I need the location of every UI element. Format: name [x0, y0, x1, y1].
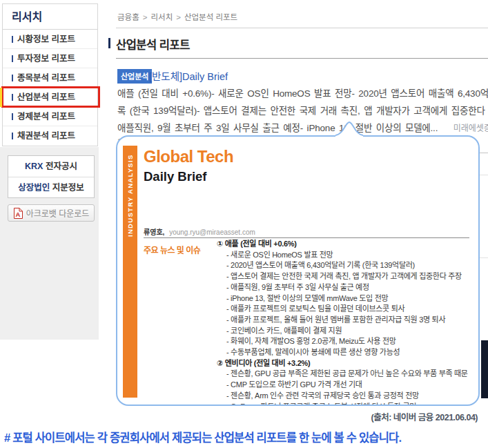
sidebar-title: 리서치 [3, 4, 97, 30]
report-brand: Global Tech [144, 147, 233, 166]
report-line: - 젠슨황, Arm 인수 관련 각국의 규제당국 승인 통과 긍정적 전망 [226, 391, 479, 402]
source-caption: (출처: 네이버 금융 2021.06.04) [371, 410, 478, 423]
article-summary-line: 애플 (전일 대비 +0.6%)- 새로운 OS인 HomeOS 발표 전망- … [117, 86, 488, 99]
breadcrumb-divider [116, 28, 488, 28]
article-title-link[interactable]: [반도체]Daily Brief [149, 68, 228, 83]
report-author-email: young.ryu@miraeasset.com [169, 228, 255, 236]
menu-tick-icon [12, 133, 13, 139]
listed-company-equity-link[interactable]: 상장법인 지분정보 [8, 177, 94, 197]
report-line: - CMP 도입으로 하반기 GPU 가격 개선 기대 [226, 380, 479, 391]
report-author: 류영호, [144, 228, 164, 236]
article-source: 미래에셋증권 [453, 124, 488, 133]
sidebar-menu: 시황정보 리포트투자정보 리포트종목분석 리포트산업분석 리포트경제분석 리포트… [3, 30, 97, 146]
menu-tick-icon [12, 94, 13, 101]
article-summary-line: 애플직원, 9월 초부터 주 3일 사무실 출근 예정- iPhone 13, … [117, 120, 488, 134]
report-group-heading: ② 엔비디아 (전일 대비 +3.2%) [217, 358, 479, 369]
report-author-line: 류영호, young.ryu@miraeasset.com [144, 226, 255, 237]
menu-tick-icon [12, 113, 13, 120]
sidebar-item-label: 시황정보 리포트 [17, 35, 75, 44]
breadcrumb: 금융홈>리서치>산업분석 리포트 [117, 11, 237, 22]
title-divider [116, 58, 488, 59]
sidebar-item-label: 경제분석 리포트 [17, 112, 75, 121]
report-title: Daily Brief [144, 169, 207, 184]
report-line: - 2020년 앱스토어 매출액 6,430억달러 기록 (한국 139억달러) [226, 260, 479, 271]
acrobat-download-button[interactable]: A 아크로뱃 다운로드 [8, 204, 95, 222]
page-title: 산업분석 리포트 [116, 36, 190, 52]
footer-note: # 포털 사이트에서는 각 증권회사에서 제공되는 산업분석 리포트를 한 눈에… [4, 429, 401, 445]
sidebar-item-label: 종목분석 리포트 [17, 73, 75, 83]
report-line: - 애플카 프로젝트, 올해 들어 원년 멤버를 포함한 관리자급 직원 3명 … [226, 315, 479, 326]
listed-link-strong: 상장법인 [18, 183, 50, 193]
report-line: - GeForce 파트너 프로그램 중국 노트북 시장에 다시 등장 루머 [226, 402, 479, 406]
sidebar-item-label: 산업분석 리포트 [17, 92, 75, 102]
background-list-line [480, 257, 488, 258]
menu-tick-icon [12, 75, 13, 81]
listed-link-rest: 지분정보 [50, 183, 84, 193]
report-group-heading: ① 애플 (전일 대비 +0.6%) [217, 239, 479, 250]
highlight-marker [0, 88, 2, 107]
acrobat-label: 아크로뱃 다운로드 [26, 207, 90, 219]
breadcrumb-current: 산업분석 리포트 [184, 13, 237, 21]
sidebar-item-label: 채권분석 리포트 [17, 131, 75, 141]
krx-link-strong: KRX [25, 162, 43, 171]
sidebar-item[interactable]: 시황정보 리포트 [3, 30, 97, 49]
report-line: - 수동부품업체, 말레이시아 봉쇄에 따른 생산 영향 가능성 [226, 347, 479, 358]
article-summary-line: 록 (한국 139억달러)- 앱스토어 결제는 안전한 국제 거래 촉진, 앱 … [117, 103, 488, 117]
report-line: - 애플직원, 9월 초부터 주 3일 사무실 출근 예정 [226, 282, 479, 293]
report-line: - iPhone 13, 절반 이상의 모델에 mmWave 도입 전망 [226, 293, 479, 304]
title-accent-bar [108, 38, 110, 48]
report-preview-popup: INDUSTRY ANALYSIS Global Tech Daily Brie… [116, 135, 480, 406]
report-divider [144, 237, 469, 238]
page: 리서치 시황정보 리포트투자정보 리포트종목분석 리포트산업분석 리포트경제분석… [0, 0, 488, 448]
breadcrumb-research[interactable]: 리서치 [150, 13, 173, 21]
krx-disclosure-link[interactable]: KRX 전자공시 [8, 156, 94, 177]
sidebar-panel: 리서치 시황정보 리포트투자정보 리포트종목분석 리포트산업분석 리포트경제분석… [2, 3, 98, 146]
sidebar-item[interactable]: 투자정보 리포트 [3, 49, 97, 68]
industry-analysis-label: INDUSTRY ANALYSIS [126, 148, 134, 237]
report-line: - 화웨이, 자체 개발OS 홍멍 2.0공개, Meizu도 사용 전망 [226, 336, 479, 347]
sidebar-item[interactable]: 종목분석 리포트 [3, 68, 97, 88]
background-list-line [480, 153, 488, 153]
sidebar-item-label: 투자정보 리포트 [17, 54, 75, 64]
breadcrumb-home[interactable]: 금융홈 [117, 13, 139, 21]
report-line: - 애플카 프로젝트의 로보틱스 팀을 이끌던 데이브스콧 퇴사 [226, 304, 479, 315]
report-line: - 젠슨황, GPU 공급 부족은 제한된 공급 문제가 아닌 높은 수요와 부… [226, 369, 479, 380]
report-line: - 앱스토어 결제는 안전한 국제 거래 촉진, 앱 개발자가 고객에게 집중한… [226, 271, 479, 282]
breadcrumb-separator: > [176, 13, 181, 21]
popup-tail [335, 121, 363, 140]
sidebar-item[interactable]: 경제분석 리포트 [3, 107, 97, 126]
industry-analysis-bar: INDUSTRY ANALYSIS [123, 146, 137, 398]
report-line: - 코인베이스 카드, 애플페이 결제 지원 [226, 326, 479, 337]
article-summary-text: 애플직원, 9월 초부터 주 3일 사무실 출근 예정- iPhone 13, … [117, 123, 438, 133]
background-navy-block [481, 340, 488, 398]
sidebar-item[interactable]: 산업분석 리포트 [3, 88, 97, 107]
article-category-badge: 산업분석 [117, 69, 152, 84]
background-list-line [480, 175, 488, 175]
svg-text:A: A [15, 210, 20, 217]
sidebar-item[interactable]: 채권분석 리포트 [3, 126, 97, 146]
krx-link-rest: 전자공시 [43, 162, 77, 171]
sidebar-secondary-panel: KRX 전자공시 상장법인 지분정보 A 아크로뱃 다운로드 [0, 147, 99, 340]
menu-tick-icon [12, 36, 13, 43]
pdf-icon: A [13, 208, 23, 219]
breadcrumb-separator: > [143, 13, 148, 21]
menu-tick-icon [12, 55, 13, 62]
report-content: ① 애플 (전일 대비 +0.6%)- 새로운 OS인 HomeOS 발표 전망… [217, 239, 479, 406]
report-section-label: 주요 뉴스 및 이슈 [144, 244, 200, 255]
report-line: - 새로운 OS인 HomeOS 발표 전망 [226, 250, 479, 261]
sidebar-link-box: KRX 전자공시 상장법인 지분정보 [8, 155, 95, 198]
